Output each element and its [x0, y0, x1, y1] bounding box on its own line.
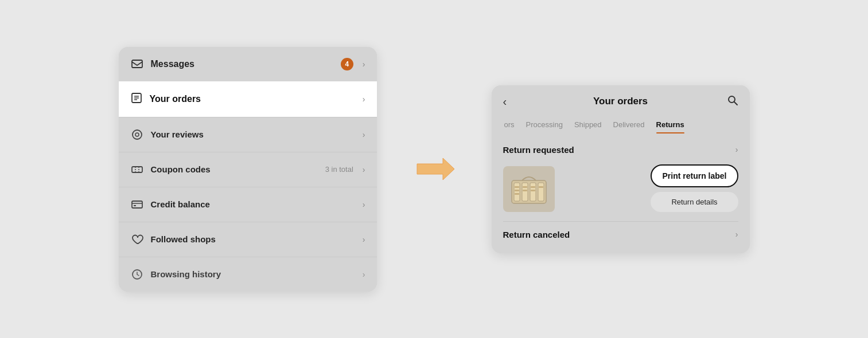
svg-marker-14: [417, 158, 454, 180]
your-reviews-row[interactable]: Your reviews ›: [119, 117, 377, 152]
browsing-history-label: Browsing history: [151, 269, 356, 279]
messages-row[interactable]: Messages 4 ›: [119, 47, 377, 81]
left-panel: Messages 4 › Your orders › Your reviews …: [119, 47, 377, 292]
page-title: Your orders: [525, 96, 717, 107]
tab-processing[interactable]: Processing: [520, 116, 569, 133]
back-button[interactable]: ‹: [503, 95, 519, 108]
messages-chevron: ›: [363, 60, 365, 69]
coupon-chevron: ›: [363, 165, 365, 174]
credit-label: Credit balance: [151, 199, 356, 209]
svg-rect-0: [132, 60, 142, 68]
svg-rect-10: [132, 201, 142, 208]
credit-chevron: ›: [363, 200, 365, 209]
followed-chevron: ›: [363, 235, 365, 244]
return-details-button[interactable]: Return details: [651, 192, 738, 212]
tab-returns[interactable]: Returns: [651, 116, 690, 133]
returns-section: Return requested ›: [492, 133, 750, 253]
svg-rect-7: [132, 167, 142, 172]
messages-icon: [130, 57, 144, 71]
reviews-label: Your reviews: [151, 129, 356, 139]
svg-line-16: [734, 102, 737, 105]
svg-rect-12: [134, 205, 136, 206]
svg-rect-26: [523, 190, 527, 191]
tabs-row: ors Processing Shipped Delivered Returns: [492, 113, 750, 133]
your-orders-label: Your orders: [150, 94, 356, 104]
browsing-history-row[interactable]: Browsing history ›: [119, 257, 377, 292]
arrow-container: [411, 155, 457, 183]
coupon-label: Coupon codes: [151, 164, 318, 174]
return-canceled-row[interactable]: Return canceled ›: [492, 222, 750, 247]
return-requested-chevron: ›: [735, 145, 738, 154]
credit-icon: [130, 198, 144, 211]
product-area: Print return label Return details: [492, 160, 750, 221]
action-buttons: Print return label Return details: [651, 164, 738, 212]
svg-rect-18: [514, 183, 520, 201]
credit-balance-row[interactable]: Credit balance ›: [119, 187, 377, 222]
svg-rect-25: [523, 186, 527, 188]
right-panel: ‹ Your orders ors Processing Shipped Del…: [492, 85, 750, 253]
svg-point-6: [135, 133, 139, 136]
return-requested-label: Return requested: [503, 145, 735, 155]
history-chevron: ›: [363, 270, 365, 279]
heart-icon: [130, 233, 144, 246]
right-header: ‹ Your orders: [492, 85, 750, 113]
tab-orders[interactable]: ors: [499, 116, 520, 133]
return-requested-header[interactable]: Return requested ›: [492, 139, 750, 160]
orders-icon: [130, 92, 143, 107]
messages-badge: 4: [341, 58, 353, 70]
svg-rect-19: [522, 183, 528, 201]
coupon-meta: 3 in total: [325, 165, 353, 174]
svg-rect-20: [530, 183, 536, 201]
svg-rect-28: [531, 190, 535, 191]
your-orders-chevron: ›: [363, 95, 365, 104]
coupon-codes-row[interactable]: Coupon codes 3 in total ›: [119, 152, 377, 187]
svg-rect-29: [539, 186, 543, 188]
product-image: [503, 166, 555, 212]
forward-arrow-icon: [411, 155, 457, 183]
followed-shops-label: Followed shops: [151, 234, 356, 244]
your-orders-row[interactable]: Your orders ›: [119, 81, 377, 117]
search-icon[interactable]: [722, 95, 738, 109]
coupon-icon: [130, 163, 144, 176]
tab-shipped[interactable]: Shipped: [569, 116, 608, 133]
return-canceled-chevron: ›: [735, 230, 738, 239]
reviews-icon: [130, 128, 144, 142]
svg-rect-23: [515, 190, 519, 191]
messages-label: Messages: [151, 59, 334, 69]
svg-rect-21: [538, 183, 544, 201]
tab-delivered[interactable]: Delivered: [608, 116, 651, 133]
svg-rect-24: [515, 193, 519, 195]
print-return-label-button[interactable]: Print return label: [651, 164, 738, 187]
history-icon: [130, 268, 144, 281]
reviews-chevron: ›: [363, 130, 365, 139]
followed-shops-row[interactable]: Followed shops ›: [119, 222, 377, 257]
svg-rect-22: [515, 186, 519, 188]
return-canceled-label: Return canceled: [503, 230, 735, 239]
svg-point-5: [133, 130, 142, 139]
svg-rect-27: [531, 186, 535, 188]
